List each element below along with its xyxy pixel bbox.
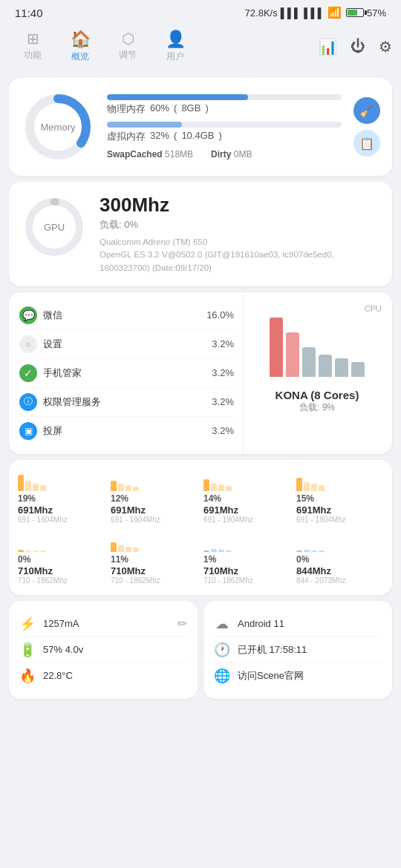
- tune-icon: ⬡: [122, 30, 134, 47]
- wifi-icon: 📶: [327, 6, 342, 19]
- core-7-pct: 0%: [296, 554, 309, 565]
- cpu-bar-2: [286, 332, 299, 377]
- temp-text: 22.8°C: [43, 670, 73, 681]
- memory-clean-button[interactable]: 🧹: [353, 97, 380, 124]
- core-5-pct: 11%: [111, 554, 128, 565]
- battery-icon: [346, 8, 364, 17]
- cpu-load-text: 负载: 9%: [299, 401, 335, 414]
- memory-actions: 🧹 📋: [353, 97, 380, 157]
- core-3-range: 691 - 1804Mhz: [296, 516, 346, 524]
- nav-bar: ⊞ 功能 🏠 概览 ⬡ 调节 👤 用户 📊 ⏻ ⚙: [0, 22, 401, 72]
- app-row-guard: ✓ 手机管家 3.2%: [19, 359, 234, 388]
- cpu-bar-1: [270, 318, 283, 377]
- virtual-label: 虚拟内存: [107, 130, 146, 143]
- core-6-pct: 1%: [203, 554, 216, 565]
- core-1-range: 691 - 1804Mhz: [111, 516, 160, 524]
- info-battery: 🔋 57% 4.0v: [19, 637, 187, 663]
- gpu-donut-label: GPU: [44, 222, 65, 233]
- gpu-info: 300Mhz 负载: 0% Qualcomm Adreno (TM) 650Op…: [100, 194, 380, 274]
- app-name-guard: 手机管家: [43, 366, 206, 380]
- app-row-cast: ▣ 投屏 3.2%: [19, 417, 234, 445]
- core-4-range: 710 - 1862Mhz: [18, 576, 68, 585]
- nav-tabs: ⊞ 功能 🏠 概览 ⬡ 调节 👤 用户: [9, 27, 319, 66]
- clock-icon: 🕐: [214, 642, 230, 658]
- virtual-memory-row: 虚拟内存 32% (10.4GB): [107, 122, 342, 143]
- app-icon-perm: ⓘ: [19, 393, 37, 411]
- network-speed: 72.8K/s: [245, 7, 278, 19]
- uptime-text: 已开机 17:58:11: [238, 643, 307, 657]
- signal-icon2: ▌▌▌: [304, 7, 325, 19]
- memory-info-button[interactable]: 📋: [353, 130, 380, 157]
- app-icon-guard: ✓: [19, 364, 37, 382]
- info-website[interactable]: 🌐 访问Scene官网: [214, 663, 382, 688]
- core-2-pct: 14%: [203, 493, 221, 504]
- core-1-freq: 691Mhz: [111, 504, 146, 516]
- core-5-range: 710 - 1862Mhz: [111, 576, 160, 585]
- core-item-1: 12% 691Mhz 691 - 1804Mhz: [111, 470, 198, 524]
- tab-user[interactable]: 👤 用户: [151, 27, 199, 66]
- core-grid: 19% 691Mhz 691 - 1804Mhz 12% 691Mhz 691 …: [18, 470, 383, 585]
- cpu-apps-card: 💬 微信 16.0% ○ 设置 3.2% ✓ 手机管家 3.2% ⓘ 权限管理服…: [9, 292, 392, 454]
- battery-text: 57% 4.0v: [43, 644, 83, 655]
- virtual-size: (: [174, 130, 177, 143]
- physical-memory-row: 物理内存 60% (8GB): [107, 94, 342, 116]
- tab-func[interactable]: ⊞ 功能: [9, 27, 56, 66]
- edit-icon[interactable]: ✏: [177, 617, 187, 631]
- app-pct-wechat: 16.0%: [206, 309, 234, 320]
- tab-overview[interactable]: 🏠 概览: [56, 27, 104, 66]
- app-row-wechat: 💬 微信 16.0%: [19, 301, 234, 330]
- app-pct-guard: 3.2%: [212, 367, 234, 378]
- core-item-4: 0% 710Mhz 710 - 1862Mhz: [18, 531, 105, 585]
- gpu-load: 负载: 0%: [100, 218, 380, 231]
- app-name-perm: 权限管理服务: [43, 395, 206, 409]
- dirty: Dirty 0MB: [211, 149, 252, 160]
- core-5-bars: [111, 531, 139, 552]
- cpu-chart-side: CPU KONA (8 Cores) 负载: 9%: [244, 292, 392, 454]
- info-uptime: 🕐 已开机 17:58:11: [214, 637, 382, 663]
- settings-action-icon[interactable]: ⚙: [379, 38, 392, 56]
- core-1-bars: [111, 470, 139, 491]
- app-row-settings: ○ 设置 3.2%: [19, 330, 234, 359]
- android-icon: ☁: [214, 616, 230, 632]
- core-grid-card: 19% 691Mhz 691 - 1804Mhz 12% 691Mhz 691 …: [9, 460, 392, 595]
- app-name-wechat: 微信: [43, 309, 200, 322]
- physical-size: (: [174, 102, 177, 116]
- core-1-pct: 12%: [111, 493, 128, 504]
- info-temp: 🔥 22.8°C: [19, 663, 187, 688]
- core-2-freq: 691Mhz: [203, 504, 238, 516]
- chart-action-icon[interactable]: 📊: [319, 38, 337, 56]
- core-item-0: 19% 691Mhz 691 - 1804Mhz: [18, 470, 105, 524]
- physical-pct: 60%: [150, 102, 169, 116]
- core-3-bars: [296, 470, 325, 491]
- memory-card: Memory 物理内存 60% (8GB) 虚拟内存 32% (10.4GB): [9, 78, 392, 176]
- gpu-desc: Qualcomm Adreno (TM) 650OpenGL ES 3.2 V@…: [100, 236, 380, 274]
- memory-donut-label: Memory: [41, 122, 76, 133]
- tab-user-label: 用户: [166, 50, 184, 63]
- core-0-bars: [18, 470, 46, 491]
- app-name-cast: 投屏: [43, 424, 206, 438]
- app-icon-cast: ▣: [19, 422, 37, 440]
- status-right: 72.8K/s ▌▌▌ ▌▌▌ 📶 57%: [245, 6, 386, 19]
- power-action-icon[interactable]: ⏻: [351, 38, 365, 55]
- memory-donut: Memory: [21, 90, 95, 164]
- status-time: 11:40: [15, 7, 43, 19]
- core-4-freq: 710Mhz: [18, 565, 53, 576]
- physical-bar-fill: [107, 94, 248, 100]
- info-card-left: ⚡ 1257mA ✏ 🔋 57% 4.0v 🔥 22.8°C: [9, 601, 198, 699]
- core-6-bars: [203, 531, 232, 552]
- cpu-bar-3: [302, 347, 316, 377]
- gpu-donut: GPU: [21, 194, 88, 260]
- current-text: 1257mA: [43, 618, 79, 629]
- cpu-bar-6: [351, 362, 365, 377]
- core-2-range: 691 - 1804Mhz: [203, 516, 253, 524]
- overview-icon: 🏠: [71, 30, 91, 49]
- core-item-5: 11% 710Mhz 710 - 1862Mhz: [111, 531, 198, 585]
- core-3-freq: 691Mhz: [296, 504, 331, 516]
- core-7-freq: 844Mhz: [296, 565, 331, 576]
- virtual-label-row: 虚拟内存 32% (10.4GB): [107, 130, 342, 143]
- physical-label: 物理内存: [107, 102, 146, 116]
- temp-icon: 🔥: [19, 668, 36, 684]
- app-pct-settings: 3.2%: [212, 338, 234, 349]
- battery-info-icon: 🔋: [19, 642, 36, 658]
- tab-tune[interactable]: ⬡ 调节: [104, 27, 151, 66]
